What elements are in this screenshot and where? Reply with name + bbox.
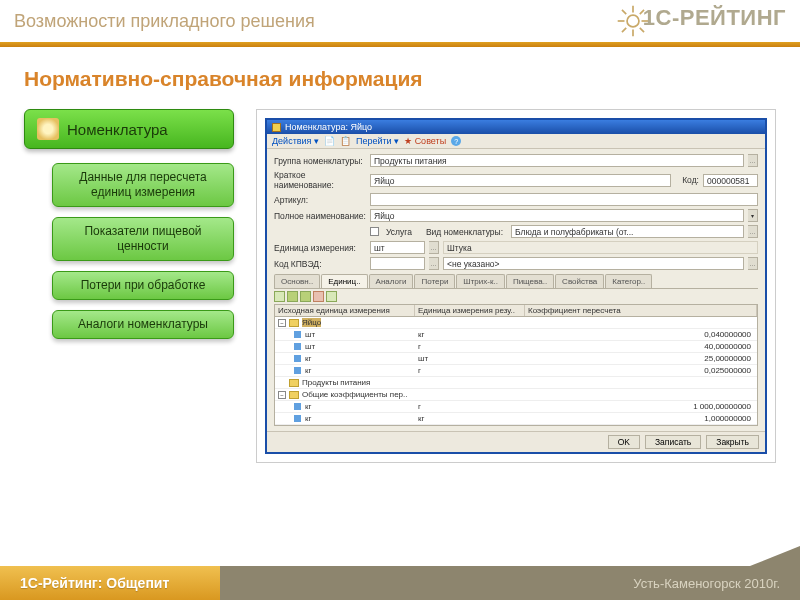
footer-product: 1С-Рейтинг: Общепит: [0, 566, 220, 600]
grid-row[interactable]: −Яйцо: [275, 317, 757, 329]
grid-row[interactable]: Продукты питания: [275, 377, 757, 389]
col-source-unit: Исходная единица измерения: [275, 305, 415, 316]
code-input[interactable]: 000000581: [703, 174, 758, 187]
tab-units[interactable]: Единиц..: [321, 274, 367, 288]
grid-row[interactable]: штг40,00000000: [275, 341, 757, 353]
kind-input[interactable]: Блюда и полуфабрикаты (от...: [511, 225, 744, 238]
kpved-label: Код КПВЭД:: [274, 259, 366, 269]
item-icon: [294, 343, 301, 350]
grid-row[interactable]: шткг0,040000000: [275, 329, 757, 341]
col-coefficient: Коэффициент пересчета: [525, 305, 757, 316]
unit-input[interactable]: шт: [370, 241, 425, 254]
unit-label: Единица измерения:: [274, 243, 366, 253]
service-label: Услуга: [386, 227, 412, 237]
tab-barcodes[interactable]: Штрих-к..: [456, 274, 505, 288]
tips-link[interactable]: ★ Советы: [404, 136, 446, 146]
actions-menu[interactable]: Действия ▾: [272, 136, 319, 146]
goto-menu[interactable]: Перейти ▾: [356, 136, 399, 146]
tab-main[interactable]: Основн..: [274, 274, 320, 288]
shortname-label: Краткое наименование:: [274, 170, 366, 190]
item-icon: [294, 415, 301, 422]
tb-icon-2[interactable]: 📋: [340, 136, 351, 146]
tab-properties[interactable]: Свойства: [555, 274, 604, 288]
window-titlebar: Номенклатура: Яйцо: [267, 120, 765, 134]
fullname-label: Полное наименование:: [274, 211, 366, 221]
units-grid: Исходная единица измерения Единица измер…: [274, 304, 758, 426]
footer: 1С-Рейтинг: Общепит Усть-Каменогорск 201…: [0, 566, 800, 600]
nav-nomenclature[interactable]: Номенклатура: [24, 109, 234, 149]
folder-icon: [289, 391, 299, 399]
col-result-unit: Единица измерения резу..: [415, 305, 525, 316]
header-title: Возможности прикладного решения: [14, 11, 315, 32]
window-title-text: Номенклатура: Яйцо: [285, 122, 372, 132]
nav-nutrition[interactable]: Показатели пищевой ценности: [52, 217, 234, 261]
help-icon[interactable]: ?: [451, 136, 461, 146]
tab-strip: Основн.. Единиц.. Аналоги Потери Штрих-к…: [274, 274, 758, 289]
header: Возможности прикладного решения 1С-РЕЙТИ…: [0, 0, 800, 42]
sidebar: Номенклатура Данные для пересчета единиц…: [24, 109, 234, 463]
grid-edit-icon[interactable]: [287, 291, 298, 302]
kind-label: Вид номенклатуры:: [426, 227, 503, 237]
grid-add-icon[interactable]: [274, 291, 285, 302]
tab-analogs[interactable]: Аналоги: [369, 274, 414, 288]
collapse-icon[interactable]: −: [278, 391, 286, 399]
nav-analogs[interactable]: Аналоги номенклатуры: [52, 310, 234, 339]
footer-corner: [750, 546, 800, 566]
nav-processing-loss[interactable]: Потери при обработке: [52, 271, 234, 300]
fullname-expand-icon[interactable]: ▾: [748, 209, 758, 222]
ok-button[interactable]: OK: [608, 435, 640, 449]
tab-nutrition[interactable]: Пищева..: [506, 274, 554, 288]
nav-nomenclature-label: Номенклатура: [67, 121, 168, 138]
grid-copy-icon[interactable]: [300, 291, 311, 302]
svg-line-5: [622, 10, 626, 14]
folder-icon: [289, 319, 299, 327]
tab-losses[interactable]: Потери: [414, 274, 455, 288]
window-icon: [272, 123, 281, 132]
screenshot-panel: Номенклатура: Яйцо Действия ▾ 📄 📋 Перейт…: [256, 109, 776, 463]
grid-toolbar: [274, 289, 758, 304]
window-toolbar: Действия ▾ 📄 📋 Перейти ▾ ★ Советы ?: [267, 134, 765, 149]
nav-unit-conversion[interactable]: Данные для пересчета единиц измерения: [52, 163, 234, 207]
kpved-code-input[interactable]: [370, 257, 425, 270]
item-icon: [294, 331, 301, 338]
page-title: Нормативно-справочная информация: [24, 67, 776, 91]
grid-row[interactable]: кгкг1,000000000: [275, 413, 757, 425]
window-footer: OK Записать Закрыть: [267, 431, 765, 452]
save-button[interactable]: Записать: [645, 435, 701, 449]
group-picker-icon[interactable]: …: [748, 154, 758, 167]
unit-picker-icon[interactable]: …: [429, 241, 439, 254]
kind-picker-icon[interactable]: …: [748, 225, 758, 238]
grid-row[interactable]: кгшт25,00000000: [275, 353, 757, 365]
item-icon: [294, 355, 301, 362]
brand-text: 1С-РЕЙТИНГ: [643, 5, 786, 31]
grid-row[interactable]: −Общие коэффициенты пер..: [275, 389, 757, 401]
grid-row[interactable]: кгг0,025000000: [275, 365, 757, 377]
svg-line-8: [622, 28, 626, 32]
item-icon: [294, 367, 301, 374]
code-label: Код:: [675, 175, 699, 185]
fullname-input[interactable]: Яйцо: [370, 209, 744, 222]
folder-icon: [289, 379, 299, 387]
item-icon: [294, 403, 301, 410]
footer-location: Усть-Каменогорск 2010г.: [220, 566, 800, 600]
shortname-input[interactable]: Яйцо: [370, 174, 671, 187]
app-window: Номенклатура: Яйцо Действия ▾ 📄 📋 Перейт…: [265, 118, 767, 454]
grid-delete-icon[interactable]: [313, 291, 324, 302]
group-input[interactable]: Продукты питания: [370, 154, 744, 167]
tab-categories[interactable]: Категор..: [605, 274, 652, 288]
collapse-icon[interactable]: −: [278, 319, 286, 327]
unit-display: Штука: [443, 241, 758, 254]
article-label: Артикул:: [274, 195, 366, 205]
close-button[interactable]: Закрыть: [706, 435, 759, 449]
group-label: Группа номенклатуры:: [274, 156, 366, 166]
box-icon: [37, 118, 59, 140]
kpved-input[interactable]: <не указано>: [443, 257, 744, 270]
article-input[interactable]: [370, 193, 758, 206]
svg-point-0: [627, 15, 639, 27]
service-checkbox[interactable]: [370, 227, 379, 236]
tb-icon-1[interactable]: 📄: [324, 136, 335, 146]
grid-row[interactable]: кгг1 000,00000000: [275, 401, 757, 413]
grid-refresh-icon[interactable]: [326, 291, 337, 302]
